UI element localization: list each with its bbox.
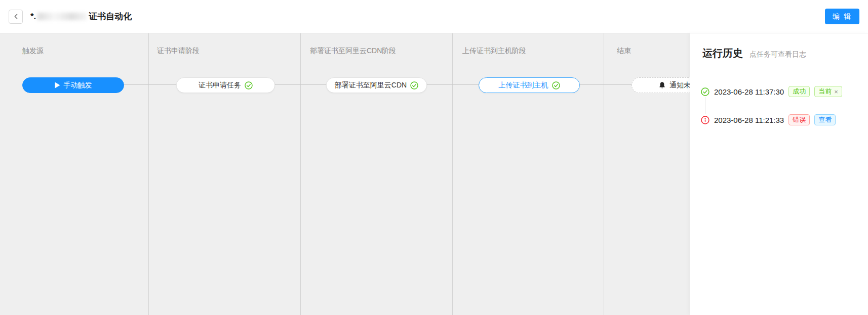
node-label: 部署证书至阿里云CDN	[335, 81, 407, 90]
view-log-button[interactable]: 查看	[814, 114, 836, 125]
run-history-title: 运行历史	[702, 47, 743, 60]
node-manual-trigger[interactable]: 手动触发	[22, 77, 124, 93]
page-title: *. 证书自动化	[30, 11, 132, 22]
timeline-connector	[705, 97, 705, 114]
error-circle-icon	[701, 116, 709, 124]
page-title-prefix: *.	[30, 12, 36, 22]
history-timestamp: 2023-06-28 11:37:30	[714, 87, 784, 96]
column-title-upload-host-stage: 上传证书到主机阶段	[462, 47, 526, 56]
history-timestamp: 2023-06-28 11:21:33	[714, 116, 784, 124]
current-run-tag[interactable]: 当前 ×	[814, 86, 842, 97]
bell-icon	[658, 81, 666, 89]
check-circle-icon	[701, 87, 709, 96]
node-label: 通知未	[669, 81, 691, 90]
check-circle-icon	[552, 81, 560, 89]
node-upload-host-task[interactable]: 上传证书到主机	[479, 77, 580, 93]
page-title-suffix: 证书自动化	[89, 11, 132, 22]
certificate-automation-page: *. 证书自动化 编 辑 触发源 证书申请阶段 部署证书至阿里云CDN阶段 上传…	[0, 0, 868, 315]
column-divider	[300, 33, 301, 315]
run-history-header: 运行历史 点任务可查看日志	[702, 47, 806, 60]
column-title-trigger-source: 触发源	[22, 47, 44, 56]
play-icon	[55, 82, 60, 88]
workflow-board: 触发源 证书申请阶段 部署证书至阿里云CDN阶段 上传证书到主机阶段 结束 手动…	[0, 33, 868, 315]
status-badge-success: 成功	[788, 86, 810, 97]
chevron-left-icon	[13, 13, 19, 20]
node-cert-apply-task[interactable]: 证书申请任务	[176, 77, 275, 93]
check-circle-icon	[245, 81, 253, 89]
node-label: 手动触发	[64, 81, 92, 90]
check-circle-icon	[410, 81, 418, 89]
column-divider	[604, 33, 604, 315]
node-deploy-cdn-task[interactable]: 部署证书至阿里云CDN	[326, 77, 427, 93]
edit-button[interactable]: 编 辑	[825, 9, 859, 24]
page-header: *. 证书自动化 编 辑	[0, 0, 868, 33]
column-title-deploy-cdn-stage: 部署证书至阿里云CDN阶段	[310, 47, 396, 56]
node-label: 上传证书到主机	[499, 81, 548, 90]
history-entry[interactable]: 2023-06-28 11:21:33 错误 查看	[701, 114, 836, 125]
close-icon[interactable]: ×	[834, 88, 838, 95]
status-badge-error: 错误	[788, 114, 810, 125]
history-entry[interactable]: 2023-06-28 11:37:30 成功 当前 ×	[701, 86, 842, 97]
back-button[interactable]	[9, 10, 23, 24]
run-history-panel: 运行历史 点任务可查看日志 2023-06-28 11:37:30 成功 当前 …	[690, 33, 868, 315]
title-redacted-segment	[37, 13, 87, 20]
column-title-end: 结束	[617, 47, 631, 56]
column-divider	[452, 33, 453, 315]
current-run-tag-label: 当前	[818, 87, 832, 96]
run-history-subtitle: 点任务可查看日志	[749, 50, 806, 59]
column-divider	[148, 33, 149, 315]
column-title-cert-apply-stage: 证书申请阶段	[157, 47, 200, 56]
node-label: 证书申请任务	[199, 81, 241, 90]
